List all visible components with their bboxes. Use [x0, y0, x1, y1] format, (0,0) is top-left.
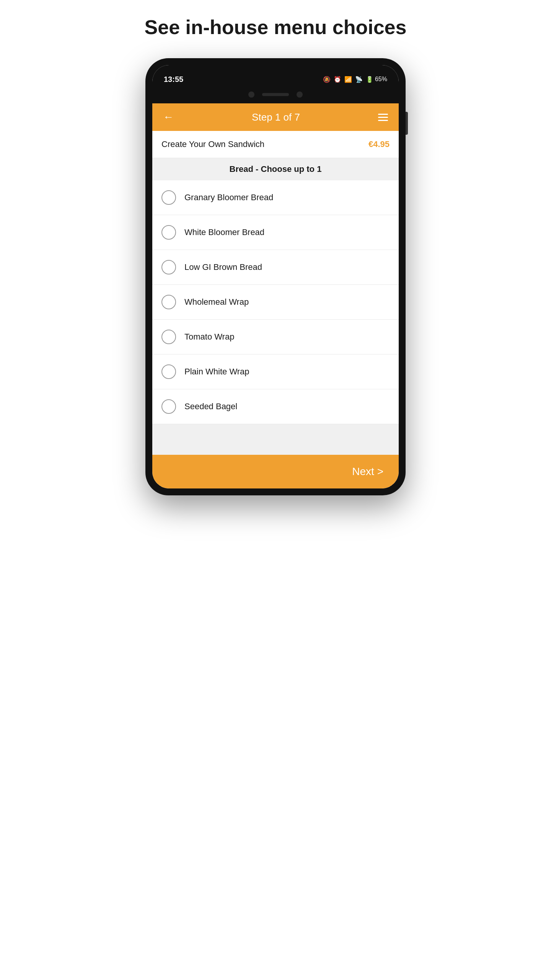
item-name: Create Your Own Sandwich [161, 139, 264, 149]
bottom-bar: Next > [152, 455, 399, 488]
battery-icon: 🔋 [366, 76, 373, 83]
option-label-tomato-wrap: Tomato Wrap [184, 332, 234, 342]
content-area: Create Your Own Sandwich €4.95 Bread - C… [152, 131, 399, 455]
radio-white-bloomer[interactable] [161, 225, 176, 240]
radio-granary-bloomer[interactable] [161, 190, 176, 205]
gray-spacer [152, 424, 399, 455]
option-plain-white-wrap[interactable]: Plain White Wrap [152, 354, 399, 389]
option-label-wholemeal-wrap: Wholemeal Wrap [184, 297, 249, 307]
radio-wholemeal-wrap[interactable] [161, 295, 176, 309]
option-low-gi-brown[interactable]: Low GI Brown Bread [152, 250, 399, 285]
next-button[interactable]: Next > [352, 466, 383, 478]
step-label: Step 1 of 7 [252, 111, 300, 123]
option-label-low-gi-brown: Low GI Brown Bread [184, 262, 262, 272]
section-header: Bread - Choose up to 1 [152, 158, 399, 180]
option-granary-bloomer[interactable]: Granary Bloomer Bread [152, 180, 399, 215]
menu-button[interactable] [378, 114, 388, 121]
status-time: 13:55 [164, 75, 183, 84]
section-title: Bread - Choose up to 1 [230, 164, 322, 174]
speaker-bar [262, 93, 289, 96]
alarm-icon: ⏰ [334, 76, 341, 83]
notch-area [152, 88, 399, 103]
status-icons: 🔕 ⏰ 📶 📡 🔋 65% [323, 76, 387, 83]
camera-dot-2 [297, 91, 303, 98]
status-bar: 13:55 🔕 ⏰ 📶 📡 🔋 65% [152, 65, 399, 88]
option-label-white-bloomer: White Bloomer Bread [184, 227, 264, 237]
signal-icon: 📶 [344, 76, 352, 83]
radio-seeded-bagel[interactable] [161, 399, 176, 414]
radio-plain-white-wrap[interactable] [161, 364, 176, 379]
options-list: Granary Bloomer Bread White Bloomer Brea… [152, 180, 399, 424]
phone-screen: 13:55 🔕 ⏰ 📶 📡 🔋 65% ← Step [152, 65, 399, 488]
back-button[interactable]: ← [163, 111, 174, 123]
radio-tomato-wrap[interactable] [161, 330, 176, 344]
app-header: ← Step 1 of 7 [152, 103, 399, 131]
radio-low-gi-brown[interactable] [161, 260, 176, 274]
page-title: See in-house menu choices [145, 15, 407, 39]
option-wholemeal-wrap[interactable]: Wholemeal Wrap [152, 285, 399, 320]
battery-percent: 65% [375, 76, 387, 83]
wifi-icon: 📡 [355, 76, 363, 83]
battery-indicator: 🔋 65% [366, 76, 387, 83]
camera-dot [248, 91, 254, 98]
phone-frame: 13:55 🔕 ⏰ 📶 📡 🔋 65% ← Step [145, 58, 406, 495]
option-seeded-bagel[interactable]: Seeded Bagel [152, 389, 399, 424]
option-white-bloomer[interactable]: White Bloomer Bread [152, 215, 399, 250]
option-tomato-wrap[interactable]: Tomato Wrap [152, 320, 399, 354]
item-price: €4.95 [368, 139, 390, 149]
option-label-granary-bloomer: Granary Bloomer Bread [184, 193, 273, 203]
option-label-plain-white-wrap: Plain White Wrap [184, 367, 249, 377]
mute-icon: 🔕 [323, 76, 331, 83]
notch [233, 88, 318, 101]
item-title-bar: Create Your Own Sandwich €4.95 [152, 131, 399, 158]
option-label-seeded-bagel: Seeded Bagel [184, 402, 237, 412]
